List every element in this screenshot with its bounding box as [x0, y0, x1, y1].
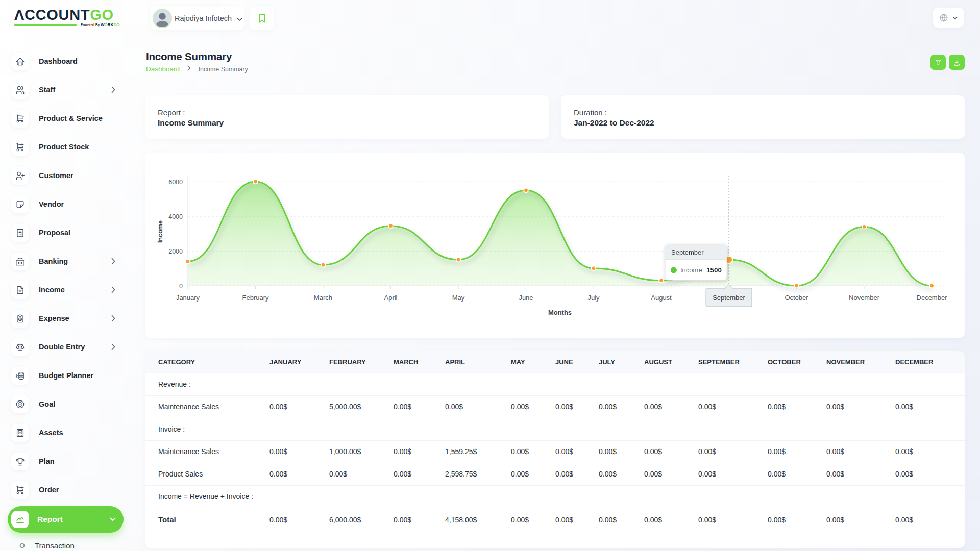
svg-text:4000: 4000 [168, 213, 183, 220]
svg-text:6000: 6000 [168, 179, 183, 186]
svg-text:Income: Income [157, 220, 164, 243]
svg-text:December: December [917, 294, 948, 302]
svg-text:0: 0 [179, 283, 183, 290]
svg-text:September: September [713, 294, 745, 302]
svg-text:July: July [587, 294, 600, 302]
svg-text:August: August [651, 294, 672, 302]
svg-text:1500: 1500 [706, 266, 722, 274]
svg-text:September: September [671, 248, 704, 256]
svg-text:October: October [785, 294, 808, 302]
svg-text:May: May [452, 294, 465, 302]
svg-text:Income:: Income: [680, 266, 704, 274]
svg-text:2000: 2000 [168, 248, 183, 255]
svg-text:June: June [519, 294, 533, 302]
svg-text:February: February [242, 294, 269, 302]
svg-text:Months: Months [548, 309, 572, 316]
svg-text:March: March [314, 294, 332, 302]
svg-text:January: January [176, 294, 200, 302]
svg-text:April: April [384, 294, 397, 302]
svg-text:November: November [849, 294, 880, 302]
